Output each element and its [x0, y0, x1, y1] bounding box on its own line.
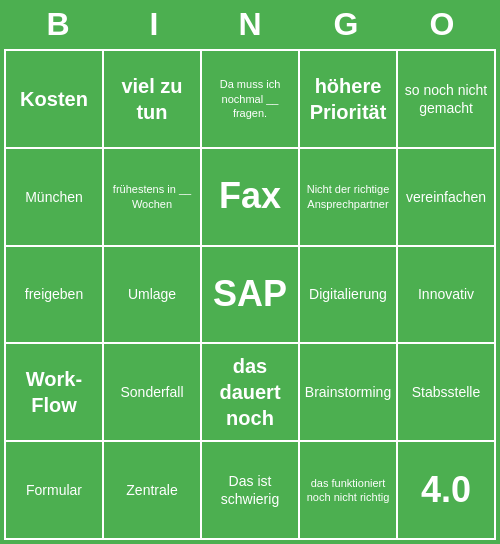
bingo-cell-r1-c4: vereinfachen	[397, 148, 495, 246]
bingo-cell-r2-c1: Umlage	[103, 246, 201, 344]
bingo-cell-r2-c2: SAP	[201, 246, 299, 344]
bingo-cell-r4-c1: Zentrale	[103, 441, 201, 539]
header-letter-b: B	[18, 6, 98, 43]
bingo-table: Kostenviel zu tunDa muss ich nochmal __ …	[4, 49, 496, 540]
header-letter-g: G	[306, 6, 386, 43]
bingo-cell-r0-c0: Kosten	[5, 50, 103, 148]
bingo-header: B I N G O	[0, 0, 500, 49]
bingo-cell-r0-c3: höhere Priorität	[299, 50, 397, 148]
bingo-cell-r1-c0: München	[5, 148, 103, 246]
bingo-cell-r3-c3: Brainstorming	[299, 343, 397, 441]
bingo-cell-r0-c2: Da muss ich nochmal __ fragen.	[201, 50, 299, 148]
bingo-cell-r1-c3: Nicht der richtige Ansprechpartner	[299, 148, 397, 246]
bingo-cell-r0-c4: so noch nicht gemacht	[397, 50, 495, 148]
bingo-cell-r4-c4: 4.0	[397, 441, 495, 539]
bingo-cell-r2-c4: Innovativ	[397, 246, 495, 344]
bingo-cell-r4-c0: Formular	[5, 441, 103, 539]
bingo-cell-r1-c2: Fax	[201, 148, 299, 246]
bingo-cell-r2-c3: Digitalierung	[299, 246, 397, 344]
bingo-cell-r3-c1: Sonderfall	[103, 343, 201, 441]
bingo-cell-r4-c3: das funktioniert noch nicht richtig	[299, 441, 397, 539]
header-letter-i: I	[114, 6, 194, 43]
bingo-cell-r0-c1: viel zu tun	[103, 50, 201, 148]
bingo-cell-r3-c2: das dauert noch	[201, 343, 299, 441]
bingo-cell-r3-c0: Work-Flow	[5, 343, 103, 441]
bingo-cell-r1-c1: frühestens in __ Wochen	[103, 148, 201, 246]
bingo-cell-r3-c4: Stabsstelle	[397, 343, 495, 441]
bingo-cell-r2-c0: freigeben	[5, 246, 103, 344]
bingo-cell-r4-c2: Das ist schwierig	[201, 441, 299, 539]
header-letter-o: O	[402, 6, 482, 43]
header-letter-n: N	[210, 6, 290, 43]
